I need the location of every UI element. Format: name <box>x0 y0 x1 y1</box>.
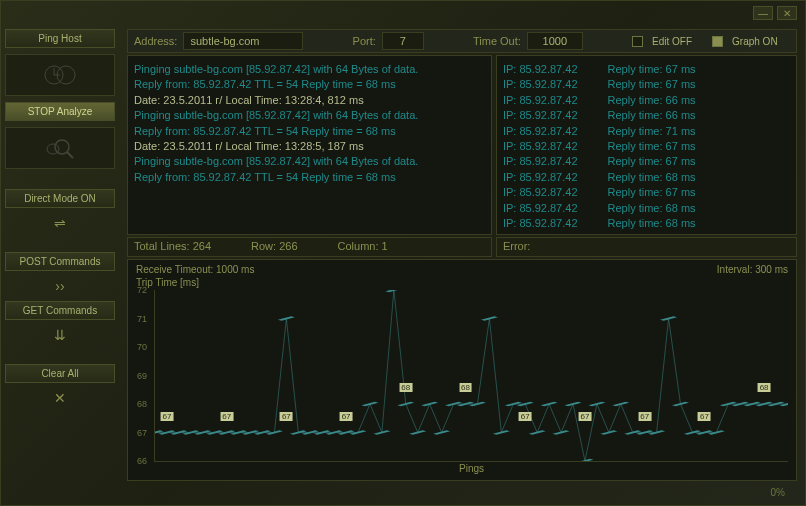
svg-rect-45 <box>600 430 617 435</box>
svg-rect-44 <box>588 402 605 407</box>
svg-rect-42 <box>565 402 582 407</box>
ip-line: IP: 85.92.87.42 <box>503 77 578 92</box>
total-lines: Total Lines: 264 <box>134 240 211 254</box>
titlebar: — ✕ <box>1 1 805 25</box>
log-line: Pinging subtle-bg.com [85.92.87.42] with… <box>134 154 485 169</box>
svg-rect-46 <box>612 402 629 407</box>
port-label: Port: <box>353 35 376 47</box>
column-stat: Column: 1 <box>338 240 388 254</box>
log-line: Date: 23.5.2011 г/ Local Time: 13:28:4, … <box>134 93 485 108</box>
ip-line: IP: 85.92.87.42 <box>503 108 578 123</box>
ip-line: IP: 85.92.87.42 <box>503 124 578 139</box>
error-label: Error: <box>503 240 531 252</box>
timeout-label: Time Out: <box>473 35 521 47</box>
data-label: 67 <box>519 412 532 421</box>
close-icon: ✕ <box>5 389 115 407</box>
svg-rect-41 <box>553 430 570 435</box>
footer-status: 0% <box>751 485 805 505</box>
log-line: Reply from: 85.92.87.42 TTL = 54 Reply t… <box>134 77 485 92</box>
svg-rect-29 <box>409 430 426 435</box>
get-commands-button[interactable]: GET Commands <box>5 301 115 320</box>
ip-line: IP: 85.92.87.42 <box>503 93 578 108</box>
y-tick: 70 <box>137 342 147 352</box>
status-left: Total Lines: 264 Row: 266 Column: 1 <box>127 237 492 257</box>
log-line: Date: 23.5.2011 г/ Local Time: 13:28:5, … <box>134 139 485 154</box>
clear-all-button[interactable]: Clear All <box>5 364 115 383</box>
ping-host-button[interactable]: Ping Host <box>5 29 115 48</box>
chevron-down-icon: ⇊ <box>5 326 115 344</box>
svg-rect-30 <box>421 402 438 407</box>
chart-xlabel: Pings <box>459 463 484 474</box>
chart-title: Trip Time [ms] <box>136 277 788 288</box>
log-left-panel[interactable]: Pinging subtle-bg.com [85.92.87.42] with… <box>127 55 492 235</box>
ip-line: IP: 85.92.87.42 <box>503 216 578 231</box>
timeout-input[interactable] <box>527 32 583 50</box>
post-commands-button[interactable]: POST Commands <box>5 252 115 271</box>
svg-rect-40 <box>541 402 558 407</box>
svg-line-5 <box>67 152 73 158</box>
reply-line: Reply time: 67 ms <box>608 77 696 92</box>
log-line: Reply from: 85.92.87.42 TTL = 54 Reply t… <box>134 170 485 185</box>
reply-line: Reply time: 67 ms <box>608 185 696 200</box>
data-label: 67 <box>220 412 233 421</box>
ip-line: IP: 85.92.87.42 <box>503 170 578 185</box>
data-label: 68 <box>758 383 771 392</box>
y-tick: 67 <box>137 428 147 438</box>
sidebar: Ping Host STOP Analyze Direct Mode ON ⇌ … <box>1 25 119 485</box>
edit-checkbox[interactable] <box>632 36 643 47</box>
receive-timeout-label: Receive Timeout: 1000 ms <box>136 264 254 275</box>
y-tick: 68 <box>137 399 147 409</box>
y-tick: 71 <box>137 314 147 324</box>
reply-line: Reply time: 68 ms <box>608 216 696 231</box>
address-input[interactable] <box>183 32 303 50</box>
svg-rect-39 <box>529 430 546 435</box>
reply-line: Reply time: 66 ms <box>608 93 696 108</box>
reply-line: Reply time: 68 ms <box>608 201 696 216</box>
minimize-button[interactable]: — <box>753 6 773 20</box>
data-label: 67 <box>638 412 651 421</box>
app-window: — ✕ Ping Host STOP Analyze Direct Mode O… <box>0 0 806 506</box>
direct-mode-button[interactable]: Direct Mode ON <box>5 189 115 208</box>
chart-panel: Receive Timeout: 1000 ms Interval: 300 m… <box>127 259 797 481</box>
reply-line: Reply time: 67 ms <box>608 62 696 77</box>
data-label: 67 <box>340 412 353 421</box>
stop-analyze-button[interactable]: STOP Analyze <box>5 102 115 121</box>
svg-point-6 <box>47 144 59 154</box>
reply-line: Reply time: 66 ms <box>608 108 696 123</box>
graph-checkbox[interactable] <box>712 36 723 47</box>
chevron-right-icon: ›› <box>5 277 115 295</box>
top-toolbar: Address: Port: Time Out: Edit OFF Graph … <box>127 29 797 53</box>
log-line: Pinging subtle-bg.com [85.92.87.42] with… <box>134 62 485 77</box>
reply-line: Reply time: 67 ms <box>608 154 696 169</box>
main-panel: Address: Port: Time Out: Edit OFF Graph … <box>119 25 805 485</box>
data-label: 68 <box>399 383 412 392</box>
edit-off-label: Edit OFF <box>652 36 692 47</box>
address-label: Address: <box>134 35 177 47</box>
log-line: Reply from: 85.92.87.42 TTL = 54 Reply t… <box>134 124 485 139</box>
ip-line: IP: 85.92.87.42 <box>503 154 578 169</box>
reply-line: Reply time: 68 ms <box>608 231 696 235</box>
data-label: 68 <box>459 383 472 392</box>
graph-on-label: Graph ON <box>732 36 778 47</box>
ip-line: IP: 85.92.87.42 <box>503 139 578 154</box>
ip-line: IP: 85.92.87.42 <box>503 62 578 77</box>
direct-mode-icon: ⇌ <box>5 214 115 232</box>
data-label: 67 <box>579 412 592 421</box>
chart-plot: Pings 6667686970717267676767686867676767… <box>154 290 788 462</box>
data-label: 67 <box>160 412 173 421</box>
close-button[interactable]: ✕ <box>777 6 797 20</box>
ping-host-icon <box>5 54 115 96</box>
svg-rect-31 <box>433 430 450 435</box>
status-right: Error: <box>496 237 797 257</box>
log-right-panel[interactable]: IP: 85.92.87.42IP: 85.92.87.42IP: 85.92.… <box>496 55 797 235</box>
port-input[interactable] <box>382 32 424 50</box>
svg-rect-25 <box>361 402 378 407</box>
analyze-icon <box>5 127 115 169</box>
svg-point-4 <box>55 140 69 154</box>
ip-line: IP: 85.92.87.42 <box>503 185 578 200</box>
data-label: 67 <box>698 412 711 421</box>
reply-line: Reply time: 67 ms <box>608 139 696 154</box>
reply-line: Reply time: 68 ms <box>608 170 696 185</box>
y-tick: 69 <box>137 371 147 381</box>
row-stat: Row: 266 <box>251 240 297 254</box>
